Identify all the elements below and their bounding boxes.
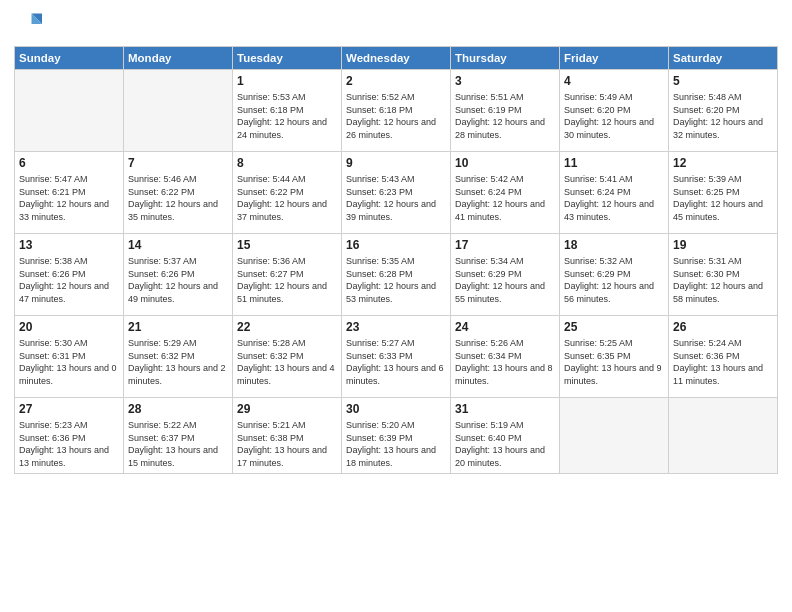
day-info: Sunrise: 5:22 AM Sunset: 6:37 PM Dayligh… [128, 419, 228, 469]
weekday-header-tuesday: Tuesday [233, 47, 342, 70]
day-number: 18 [564, 237, 664, 253]
day-number: 30 [346, 401, 446, 417]
week-row-3: 13Sunrise: 5:38 AM Sunset: 6:26 PM Dayli… [15, 234, 778, 316]
day-cell: 24Sunrise: 5:26 AM Sunset: 6:34 PM Dayli… [451, 316, 560, 398]
weekday-header-monday: Monday [124, 47, 233, 70]
day-cell: 26Sunrise: 5:24 AM Sunset: 6:36 PM Dayli… [669, 316, 778, 398]
day-cell [15, 70, 124, 152]
day-info: Sunrise: 5:39 AM Sunset: 6:25 PM Dayligh… [673, 173, 773, 223]
day-number: 5 [673, 73, 773, 89]
day-cell: 15Sunrise: 5:36 AM Sunset: 6:27 PM Dayli… [233, 234, 342, 316]
weekday-header-friday: Friday [560, 47, 669, 70]
day-number: 17 [455, 237, 555, 253]
day-number: 15 [237, 237, 337, 253]
day-number: 28 [128, 401, 228, 417]
day-cell: 20Sunrise: 5:30 AM Sunset: 6:31 PM Dayli… [15, 316, 124, 398]
day-cell: 8Sunrise: 5:44 AM Sunset: 6:22 PM Daylig… [233, 152, 342, 234]
week-row-2: 6Sunrise: 5:47 AM Sunset: 6:21 PM Daylig… [15, 152, 778, 234]
day-cell: 21Sunrise: 5:29 AM Sunset: 6:32 PM Dayli… [124, 316, 233, 398]
day-cell: 5Sunrise: 5:48 AM Sunset: 6:20 PM Daylig… [669, 70, 778, 152]
day-number: 29 [237, 401, 337, 417]
day-info: Sunrise: 5:36 AM Sunset: 6:27 PM Dayligh… [237, 255, 337, 305]
day-info: Sunrise: 5:30 AM Sunset: 6:31 PM Dayligh… [19, 337, 119, 387]
day-number: 20 [19, 319, 119, 335]
weekday-header-saturday: Saturday [669, 47, 778, 70]
day-cell: 31Sunrise: 5:19 AM Sunset: 6:40 PM Dayli… [451, 398, 560, 474]
day-number: 25 [564, 319, 664, 335]
weekday-header-wednesday: Wednesday [342, 47, 451, 70]
day-number: 21 [128, 319, 228, 335]
day-info: Sunrise: 5:48 AM Sunset: 6:20 PM Dayligh… [673, 91, 773, 141]
day-cell: 22Sunrise: 5:28 AM Sunset: 6:32 PM Dayli… [233, 316, 342, 398]
day-cell [669, 398, 778, 474]
week-row-5: 27Sunrise: 5:23 AM Sunset: 6:36 PM Dayli… [15, 398, 778, 474]
day-number: 9 [346, 155, 446, 171]
weekday-header-row: SundayMondayTuesdayWednesdayThursdayFrid… [15, 47, 778, 70]
day-info: Sunrise: 5:52 AM Sunset: 6:18 PM Dayligh… [346, 91, 446, 141]
day-info: Sunrise: 5:24 AM Sunset: 6:36 PM Dayligh… [673, 337, 773, 387]
day-cell: 29Sunrise: 5:21 AM Sunset: 6:38 PM Dayli… [233, 398, 342, 474]
day-info: Sunrise: 5:26 AM Sunset: 6:34 PM Dayligh… [455, 337, 555, 387]
logo-icon [14, 10, 42, 38]
day-cell: 3Sunrise: 5:51 AM Sunset: 6:19 PM Daylig… [451, 70, 560, 152]
day-number: 22 [237, 319, 337, 335]
day-info: Sunrise: 5:47 AM Sunset: 6:21 PM Dayligh… [19, 173, 119, 223]
day-info: Sunrise: 5:20 AM Sunset: 6:39 PM Dayligh… [346, 419, 446, 469]
day-info: Sunrise: 5:25 AM Sunset: 6:35 PM Dayligh… [564, 337, 664, 387]
day-info: Sunrise: 5:42 AM Sunset: 6:24 PM Dayligh… [455, 173, 555, 223]
day-number: 3 [455, 73, 555, 89]
header [14, 10, 778, 38]
day-info: Sunrise: 5:23 AM Sunset: 6:36 PM Dayligh… [19, 419, 119, 469]
day-info: Sunrise: 5:35 AM Sunset: 6:28 PM Dayligh… [346, 255, 446, 305]
day-info: Sunrise: 5:43 AM Sunset: 6:23 PM Dayligh… [346, 173, 446, 223]
day-number: 14 [128, 237, 228, 253]
day-cell: 2Sunrise: 5:52 AM Sunset: 6:18 PM Daylig… [342, 70, 451, 152]
day-cell: 17Sunrise: 5:34 AM Sunset: 6:29 PM Dayli… [451, 234, 560, 316]
day-number: 27 [19, 401, 119, 417]
day-cell: 28Sunrise: 5:22 AM Sunset: 6:37 PM Dayli… [124, 398, 233, 474]
day-number: 4 [564, 73, 664, 89]
day-info: Sunrise: 5:51 AM Sunset: 6:19 PM Dayligh… [455, 91, 555, 141]
day-cell [124, 70, 233, 152]
day-cell: 6Sunrise: 5:47 AM Sunset: 6:21 PM Daylig… [15, 152, 124, 234]
day-info: Sunrise: 5:29 AM Sunset: 6:32 PM Dayligh… [128, 337, 228, 387]
page: SundayMondayTuesdayWednesdayThursdayFrid… [0, 0, 792, 612]
day-cell: 30Sunrise: 5:20 AM Sunset: 6:39 PM Dayli… [342, 398, 451, 474]
day-number: 1 [237, 73, 337, 89]
day-number: 6 [19, 155, 119, 171]
day-number: 7 [128, 155, 228, 171]
day-number: 23 [346, 319, 446, 335]
day-cell: 9Sunrise: 5:43 AM Sunset: 6:23 PM Daylig… [342, 152, 451, 234]
day-number: 19 [673, 237, 773, 253]
day-cell: 14Sunrise: 5:37 AM Sunset: 6:26 PM Dayli… [124, 234, 233, 316]
week-row-1: 1Sunrise: 5:53 AM Sunset: 6:18 PM Daylig… [15, 70, 778, 152]
day-number: 11 [564, 155, 664, 171]
day-cell: 25Sunrise: 5:25 AM Sunset: 6:35 PM Dayli… [560, 316, 669, 398]
day-number: 24 [455, 319, 555, 335]
day-cell: 19Sunrise: 5:31 AM Sunset: 6:30 PM Dayli… [669, 234, 778, 316]
logo [14, 10, 44, 38]
weekday-header-thursday: Thursday [451, 47, 560, 70]
day-info: Sunrise: 5:41 AM Sunset: 6:24 PM Dayligh… [564, 173, 664, 223]
day-info: Sunrise: 5:32 AM Sunset: 6:29 PM Dayligh… [564, 255, 664, 305]
day-info: Sunrise: 5:19 AM Sunset: 6:40 PM Dayligh… [455, 419, 555, 469]
day-cell: 1Sunrise: 5:53 AM Sunset: 6:18 PM Daylig… [233, 70, 342, 152]
day-info: Sunrise: 5:27 AM Sunset: 6:33 PM Dayligh… [346, 337, 446, 387]
day-number: 2 [346, 73, 446, 89]
day-cell: 23Sunrise: 5:27 AM Sunset: 6:33 PM Dayli… [342, 316, 451, 398]
day-number: 8 [237, 155, 337, 171]
day-number: 26 [673, 319, 773, 335]
day-cell: 18Sunrise: 5:32 AM Sunset: 6:29 PM Dayli… [560, 234, 669, 316]
day-info: Sunrise: 5:44 AM Sunset: 6:22 PM Dayligh… [237, 173, 337, 223]
day-info: Sunrise: 5:28 AM Sunset: 6:32 PM Dayligh… [237, 337, 337, 387]
day-cell [560, 398, 669, 474]
day-info: Sunrise: 5:21 AM Sunset: 6:38 PM Dayligh… [237, 419, 337, 469]
day-cell: 12Sunrise: 5:39 AM Sunset: 6:25 PM Dayli… [669, 152, 778, 234]
day-number: 12 [673, 155, 773, 171]
day-number: 16 [346, 237, 446, 253]
day-cell: 27Sunrise: 5:23 AM Sunset: 6:36 PM Dayli… [15, 398, 124, 474]
day-info: Sunrise: 5:34 AM Sunset: 6:29 PM Dayligh… [455, 255, 555, 305]
day-cell: 16Sunrise: 5:35 AM Sunset: 6:28 PM Dayli… [342, 234, 451, 316]
day-cell: 13Sunrise: 5:38 AM Sunset: 6:26 PM Dayli… [15, 234, 124, 316]
day-number: 13 [19, 237, 119, 253]
